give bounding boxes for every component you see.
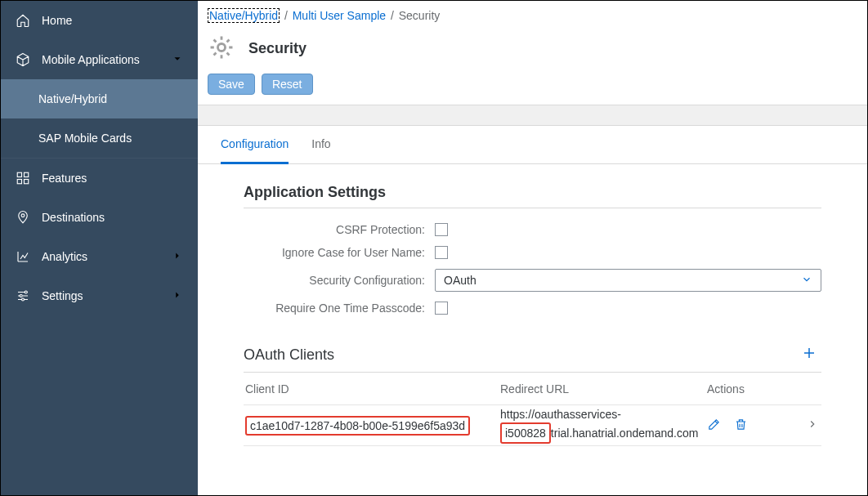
- sidebar-item-native-hybrid[interactable]: Native/Hybrid: [1, 79, 198, 118]
- section-title: OAuth Clients: [244, 346, 334, 364]
- svg-rect-2: [17, 180, 21, 184]
- sidebar-item-label: Features: [42, 172, 87, 185]
- sidebar-item-label: Settings: [42, 289, 83, 302]
- section-oauth-clients: OAuth Clients Client ID Redirect URL Act…: [198, 333, 867, 454]
- checkbox-csrf-protection[interactable]: [435, 223, 448, 236]
- sidebar-item-label: SAP Mobile Cards: [38, 132, 132, 145]
- col-header-client-id: Client ID: [244, 382, 489, 395]
- chevron-down-icon: [172, 53, 183, 67]
- cube-icon: [16, 52, 30, 67]
- col-header-actions: Actions: [707, 382, 821, 395]
- label-require-otp: Require One Time Passcode:: [244, 302, 435, 315]
- save-button[interactable]: Save: [208, 74, 255, 95]
- sidebar-item-mobile-applications[interactable]: Mobile Applications: [1, 40, 198, 79]
- add-button[interactable]: [797, 342, 821, 367]
- delete-button[interactable]: [734, 418, 748, 434]
- section-title: Application Settings: [244, 184, 821, 208]
- sidebar: Home Mobile Applications Native/Hybrid S…: [1, 1, 198, 495]
- action-row: Save Reset: [198, 74, 867, 105]
- svg-point-5: [25, 291, 27, 293]
- sidebar-item-label: Home: [42, 14, 72, 27]
- label-csrf-protection: CSRF Protection:: [244, 223, 435, 236]
- breadcrumb-current: Security: [399, 9, 441, 22]
- breadcrumb-link-native-hybrid[interactable]: Native/Hybrid: [208, 8, 280, 23]
- svg-rect-3: [25, 180, 29, 184]
- chevron-down-icon: [801, 274, 812, 288]
- label-ignore-case: Ignore Case for User Name:: [244, 246, 435, 259]
- svg-rect-1: [25, 172, 29, 177]
- separator-band: [198, 105, 867, 126]
- sidebar-item-sap-mobile-cards[interactable]: SAP Mobile Cards: [1, 118, 198, 158]
- section-application-settings: Application Settings CSRF Protection: Ig…: [198, 164, 867, 333]
- pin-icon: [16, 210, 30, 225]
- select-security-configuration[interactable]: OAuth: [435, 269, 821, 292]
- tab-configuration[interactable]: Configuration: [221, 126, 289, 164]
- redirect-url-value: https://oauthasservices- i500828trial.ha…: [489, 407, 707, 443]
- svg-point-4: [21, 214, 25, 217]
- sidebar-item-features[interactable]: Features: [1, 159, 198, 198]
- table-row[interactable]: c1ae10d7-1287-4b08-b00e-5199e6f5a93d htt…: [244, 405, 821, 446]
- edit-button[interactable]: [707, 418, 721, 434]
- col-header-redirect-url: Redirect URL: [489, 382, 707, 395]
- breadcrumb-link-multi-user-sample[interactable]: Multi User Sample: [293, 9, 386, 22]
- svg-point-6: [20, 295, 22, 297]
- reset-button[interactable]: Reset: [262, 74, 313, 95]
- chevron-right-icon[interactable]: [807, 418, 821, 432]
- tab-info[interactable]: Info: [311, 126, 330, 163]
- chevron-right-icon: [172, 289, 183, 303]
- page-title: Security: [248, 40, 306, 57]
- svg-point-7: [22, 298, 25, 301]
- sidebar-item-label: Destinations: [42, 211, 105, 224]
- tabs: Configuration Info: [198, 126, 867, 164]
- page-header: Security: [198, 27, 867, 74]
- features-icon: [16, 171, 30, 185]
- breadcrumb: Native/Hybrid / Multi User Sample / Secu…: [198, 1, 867, 27]
- chart-icon: [16, 249, 30, 264]
- select-value: OAuth: [444, 274, 801, 287]
- sidebar-item-label: Mobile Applications: [42, 53, 140, 66]
- chevron-right-icon: [172, 250, 183, 264]
- oauth-clients-table: Client ID Redirect URL Actions c1ae10d7-…: [244, 373, 821, 446]
- sidebar-item-analytics[interactable]: Analytics: [1, 237, 198, 276]
- client-id-value: c1ae10d7-1287-4b08-b00e-5199e6f5a93d: [245, 416, 470, 436]
- settings-icon: [16, 288, 30, 303]
- gear-icon: [208, 34, 235, 64]
- sidebar-item-label: Native/Hybrid: [38, 92, 107, 105]
- table-header-row: Client ID Redirect URL Actions: [244, 373, 821, 405]
- main-content: Native/Hybrid / Multi User Sample / Secu…: [198, 1, 867, 495]
- label-security-configuration: Security Configuration:: [244, 274, 435, 287]
- checkbox-require-otp[interactable]: [435, 302, 448, 315]
- sidebar-item-home[interactable]: Home: [1, 1, 198, 40]
- svg-point-8: [217, 43, 225, 51]
- home-icon: [16, 13, 30, 28]
- breadcrumb-sep: /: [391, 9, 394, 22]
- redirect-url-highlight: i500828: [500, 422, 551, 444]
- sidebar-item-settings[interactable]: Settings: [1, 276, 198, 315]
- breadcrumb-sep: /: [284, 9, 288, 22]
- sidebar-item-destinations[interactable]: Destinations: [1, 198, 198, 237]
- svg-rect-0: [17, 172, 21, 177]
- checkbox-ignore-case[interactable]: [435, 246, 448, 259]
- sidebar-item-label: Analytics: [42, 250, 87, 263]
